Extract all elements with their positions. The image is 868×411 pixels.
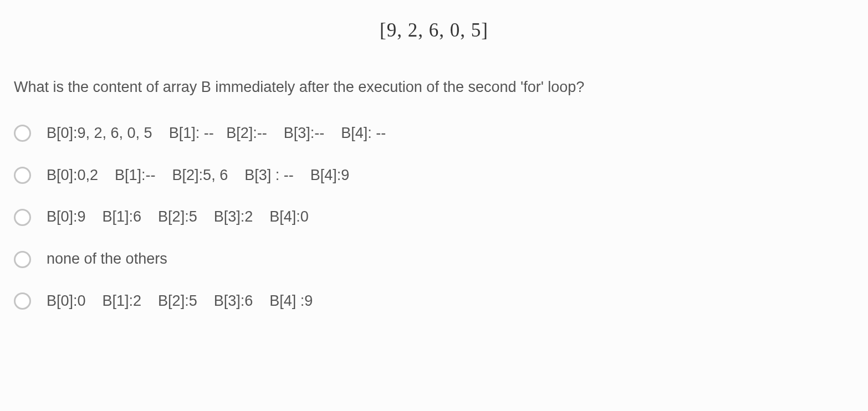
option-label: B[0]:9, 2, 6, 0, 5 B[1]: -- B[2]:-- B[3]…: [47, 123, 386, 144]
option-1[interactable]: B[0]:9, 2, 6, 0, 5 B[1]: -- B[2]:-- B[3]…: [14, 123, 854, 144]
option-4[interactable]: none of the others: [14, 249, 854, 270]
option-5[interactable]: B[0]:0 B[1]:2 B[2]:5 B[3]:6 B[4] :9: [14, 291, 854, 312]
radio-icon: [14, 125, 31, 142]
radio-icon: [14, 292, 31, 310]
option-3[interactable]: B[0]:9 B[1]:6 B[2]:5 B[3]:2 B[4]:0: [14, 207, 854, 228]
option-label: B[0]:0,2 B[1]:-- B[2]:5, 6 B[3] : -- B[4…: [47, 165, 349, 186]
array-formula: [9, 2, 6, 0, 5]: [14, 17, 854, 44]
radio-icon: [14, 251, 31, 268]
option-label: none of the others: [47, 249, 167, 270]
options-container: B[0]:9, 2, 6, 0, 5 B[1]: -- B[2]:-- B[3]…: [14, 123, 854, 312]
question-text: What is the content of array B immediate…: [14, 77, 854, 98]
option-2[interactable]: B[0]:0,2 B[1]:-- B[2]:5, 6 B[3] : -- B[4…: [14, 165, 854, 186]
radio-icon: [14, 167, 31, 184]
option-label: B[0]:9 B[1]:6 B[2]:5 B[3]:2 B[4]:0: [47, 207, 309, 228]
radio-icon: [14, 209, 31, 226]
option-label: B[0]:0 B[1]:2 B[2]:5 B[3]:6 B[4] :9: [47, 291, 313, 312]
